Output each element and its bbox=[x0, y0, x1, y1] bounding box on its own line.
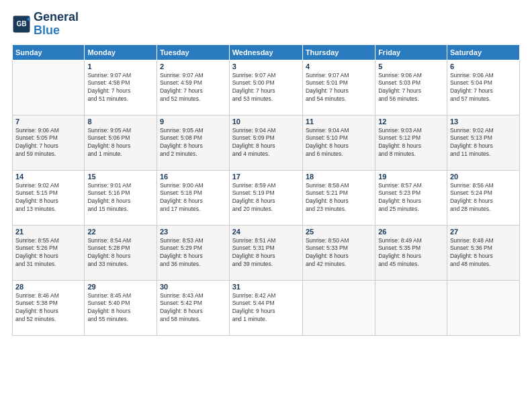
calendar-cell-w4d0: 28Sunrise: 8:46 AM Sunset: 5:38 PM Dayli… bbox=[13, 280, 85, 335]
day-number: 27 bbox=[450, 228, 517, 236]
day-number: 9 bbox=[160, 118, 226, 126]
calendar-cell-w1d3: 10Sunrise: 9:04 AM Sunset: 5:09 PM Dayli… bbox=[229, 115, 302, 170]
calendar-cell-w1d5: 12Sunrise: 9:03 AM Sunset: 5:12 PM Dayli… bbox=[375, 115, 447, 170]
weekday-header-tuesday: Tuesday bbox=[157, 44, 229, 60]
day-number: 12 bbox=[378, 118, 444, 126]
day-number: 1 bbox=[87, 62, 154, 71]
day-info: Sunrise: 9:07 AM Sunset: 5:00 PM Dayligh… bbox=[232, 72, 300, 104]
day-info: Sunrise: 9:00 AM Sunset: 5:18 PM Dayligh… bbox=[160, 182, 226, 214]
weekday-header-monday: Monday bbox=[85, 44, 157, 60]
day-info: Sunrise: 8:55 AM Sunset: 5:26 PM Dayligh… bbox=[15, 237, 81, 269]
day-info: Sunrise: 8:51 AM Sunset: 5:31 PM Dayligh… bbox=[232, 237, 300, 269]
calendar-cell-w1d1: 8Sunrise: 9:05 AM Sunset: 5:06 PM Daylig… bbox=[85, 115, 157, 170]
calendar-cell-w1d2: 9Sunrise: 9:05 AM Sunset: 5:08 PM Daylig… bbox=[157, 115, 229, 170]
day-info: Sunrise: 8:43 AM Sunset: 5:42 PM Dayligh… bbox=[160, 292, 226, 324]
calendar-cell-w0d5: 5Sunrise: 9:06 AM Sunset: 5:03 PM Daylig… bbox=[375, 60, 447, 115]
logo-text-blue: Blue bbox=[34, 24, 79, 38]
day-info: Sunrise: 8:57 AM Sunset: 5:23 PM Dayligh… bbox=[378, 182, 444, 214]
weekday-header-sunday: Sunday bbox=[13, 44, 85, 60]
calendar-cell-w4d2: 30Sunrise: 8:43 AM Sunset: 5:42 PM Dayli… bbox=[157, 280, 229, 335]
calendar-cell-w3d6: 27Sunrise: 8:48 AM Sunset: 5:36 PM Dayli… bbox=[447, 225, 519, 280]
calendar-cell-w1d4: 11Sunrise: 9:04 AM Sunset: 5:10 PM Dayli… bbox=[302, 115, 375, 170]
day-number: 16 bbox=[160, 173, 226, 181]
calendar-cell-w3d2: 23Sunrise: 8:53 AM Sunset: 5:29 PM Dayli… bbox=[157, 225, 229, 280]
day-info: Sunrise: 9:02 AM Sunset: 5:13 PM Dayligh… bbox=[450, 127, 517, 159]
day-number: 18 bbox=[306, 173, 372, 181]
day-number: 4 bbox=[306, 62, 372, 71]
calendar-cell-w1d0: 7Sunrise: 9:06 AM Sunset: 5:05 PM Daylig… bbox=[13, 115, 85, 170]
day-number: 17 bbox=[232, 173, 300, 181]
day-info: Sunrise: 9:06 AM Sunset: 5:05 PM Dayligh… bbox=[15, 127, 81, 159]
day-info: Sunrise: 9:07 AM Sunset: 4:59 PM Dayligh… bbox=[160, 72, 226, 104]
page-header: GB General Blue bbox=[12, 11, 520, 38]
calendar-cell-w0d0 bbox=[13, 60, 85, 115]
day-number: 21 bbox=[15, 228, 81, 236]
calendar-cell-w0d2: 2Sunrise: 9:07 AM Sunset: 4:59 PM Daylig… bbox=[157, 60, 229, 115]
day-number: 7 bbox=[15, 118, 81, 126]
day-info: Sunrise: 8:54 AM Sunset: 5:28 PM Dayligh… bbox=[87, 237, 154, 269]
calendar-cell-w4d3: 31Sunrise: 8:42 AM Sunset: 5:44 PM Dayli… bbox=[229, 280, 302, 335]
calendar-cell-w4d1: 29Sunrise: 8:45 AM Sunset: 5:40 PM Dayli… bbox=[85, 280, 157, 335]
calendar-cell-w2d1: 15Sunrise: 9:01 AM Sunset: 5:16 PM Dayli… bbox=[85, 170, 157, 225]
day-number: 19 bbox=[378, 173, 444, 181]
calendar-cell-w0d3: 3Sunrise: 9:07 AM Sunset: 5:00 PM Daylig… bbox=[229, 60, 302, 115]
day-number: 2 bbox=[160, 62, 226, 71]
day-info: Sunrise: 9:07 AM Sunset: 5:01 PM Dayligh… bbox=[306, 72, 372, 104]
day-info: Sunrise: 9:03 AM Sunset: 5:12 PM Dayligh… bbox=[378, 127, 444, 159]
calendar-cell-w3d3: 24Sunrise: 8:51 AM Sunset: 5:31 PM Dayli… bbox=[229, 225, 302, 280]
day-number: 29 bbox=[87, 283, 154, 291]
day-info: Sunrise: 8:59 AM Sunset: 5:19 PM Dayligh… bbox=[232, 182, 300, 214]
day-info: Sunrise: 8:58 AM Sunset: 5:21 PM Dayligh… bbox=[306, 182, 372, 214]
day-info: Sunrise: 9:05 AM Sunset: 5:06 PM Dayligh… bbox=[87, 127, 154, 159]
weekday-header-saturday: Saturday bbox=[447, 44, 519, 60]
day-info: Sunrise: 9:06 AM Sunset: 5:04 PM Dayligh… bbox=[450, 72, 517, 104]
day-number: 23 bbox=[160, 228, 226, 236]
day-number: 24 bbox=[232, 228, 300, 236]
calendar-cell-w2d0: 14Sunrise: 9:02 AM Sunset: 5:15 PM Dayli… bbox=[13, 170, 85, 225]
day-info: Sunrise: 9:06 AM Sunset: 5:03 PM Dayligh… bbox=[378, 72, 444, 104]
calendar-cell-w2d3: 17Sunrise: 8:59 AM Sunset: 5:19 PM Dayli… bbox=[229, 170, 302, 225]
day-number: 3 bbox=[232, 62, 300, 71]
calendar-cell-w2d6: 20Sunrise: 8:56 AM Sunset: 5:24 PM Dayli… bbox=[447, 170, 519, 225]
day-number: 15 bbox=[87, 173, 154, 181]
calendar-table: SundayMondayTuesdayWednesdayThursdayFrid… bbox=[12, 44, 520, 336]
calendar-cell-w2d2: 16Sunrise: 9:00 AM Sunset: 5:18 PM Dayli… bbox=[157, 170, 229, 225]
day-info: Sunrise: 9:07 AM Sunset: 4:58 PM Dayligh… bbox=[87, 72, 154, 104]
day-number: 26 bbox=[378, 228, 444, 236]
day-info: Sunrise: 8:48 AM Sunset: 5:36 PM Dayligh… bbox=[450, 237, 517, 269]
day-info: Sunrise: 8:49 AM Sunset: 5:35 PM Dayligh… bbox=[378, 237, 444, 269]
day-number: 14 bbox=[15, 173, 81, 181]
weekday-header-thursday: Thursday bbox=[302, 44, 375, 60]
day-number: 11 bbox=[306, 118, 372, 126]
day-info: Sunrise: 9:04 AM Sunset: 5:10 PM Dayligh… bbox=[306, 127, 372, 159]
day-number: 10 bbox=[232, 118, 300, 126]
calendar-cell-w3d4: 25Sunrise: 8:50 AM Sunset: 5:33 PM Dayli… bbox=[302, 225, 375, 280]
logo-icon: GB bbox=[12, 15, 31, 34]
day-info: Sunrise: 8:46 AM Sunset: 5:38 PM Dayligh… bbox=[15, 292, 81, 324]
calendar-cell-w3d1: 22Sunrise: 8:54 AM Sunset: 5:28 PM Dayli… bbox=[85, 225, 157, 280]
calendar-cell-w0d6: 6Sunrise: 9:06 AM Sunset: 5:04 PM Daylig… bbox=[447, 60, 519, 115]
day-number: 28 bbox=[15, 283, 81, 291]
calendar-cell-w3d0: 21Sunrise: 8:55 AM Sunset: 5:26 PM Dayli… bbox=[13, 225, 85, 280]
calendar-cell-w4d6 bbox=[447, 280, 519, 335]
day-number: 22 bbox=[87, 228, 154, 236]
calendar-cell-w4d4 bbox=[302, 280, 375, 335]
calendar-cell-w2d4: 18Sunrise: 8:58 AM Sunset: 5:21 PM Dayli… bbox=[302, 170, 375, 225]
calendar-cell-w4d5 bbox=[375, 280, 447, 335]
logo-text-general: General bbox=[34, 11, 79, 24]
day-number: 25 bbox=[306, 228, 372, 236]
day-info: Sunrise: 8:56 AM Sunset: 5:24 PM Dayligh… bbox=[450, 182, 517, 214]
day-info: Sunrise: 8:50 AM Sunset: 5:33 PM Dayligh… bbox=[306, 237, 372, 269]
svg-text:GB: GB bbox=[16, 20, 26, 28]
day-info: Sunrise: 9:05 AM Sunset: 5:08 PM Dayligh… bbox=[160, 127, 226, 159]
day-info: Sunrise: 9:01 AM Sunset: 5:16 PM Dayligh… bbox=[87, 182, 154, 214]
day-info: Sunrise: 9:04 AM Sunset: 5:09 PM Dayligh… bbox=[232, 127, 300, 159]
weekday-header-wednesday: Wednesday bbox=[229, 44, 302, 60]
day-number: 8 bbox=[87, 118, 154, 126]
day-info: Sunrise: 9:02 AM Sunset: 5:15 PM Dayligh… bbox=[15, 182, 81, 214]
day-number: 30 bbox=[160, 283, 226, 291]
day-number: 6 bbox=[450, 62, 517, 71]
calendar-cell-w1d6: 13Sunrise: 9:02 AM Sunset: 5:13 PM Dayli… bbox=[447, 115, 519, 170]
day-number: 31 bbox=[232, 283, 300, 291]
calendar-cell-w2d5: 19Sunrise: 8:57 AM Sunset: 5:23 PM Dayli… bbox=[375, 170, 447, 225]
